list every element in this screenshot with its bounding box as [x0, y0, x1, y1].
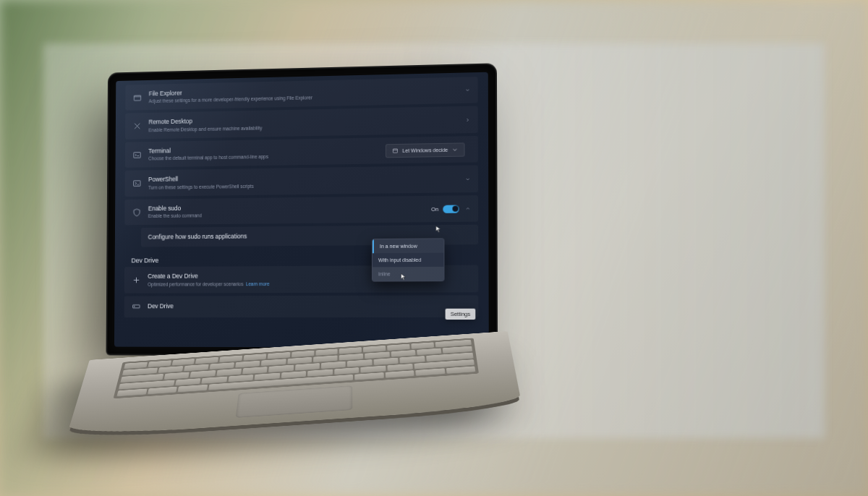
- powershell-icon: [132, 179, 141, 189]
- setting-dev-drive[interactable]: Dev Drive: [124, 295, 479, 317]
- dropdown-option-new-window[interactable]: In a new window: [373, 239, 443, 253]
- svg-rect-2: [393, 149, 398, 153]
- chevron-down-icon: [451, 146, 458, 153]
- setting-remote-desktop[interactable]: Remote Desktop Enable Remote Desktop and…: [125, 106, 478, 140]
- laptop-trackpad: [236, 385, 353, 418]
- shield-icon: [132, 208, 141, 218]
- settings-screen: File Explorer Adjust these settings for …: [114, 72, 489, 348]
- laptop: File Explorer Adjust these settings for …: [101, 69, 651, 474]
- window-icon: [392, 147, 399, 154]
- setting-enable-sudo[interactable]: Enable sudo Enable the sudo command On: [124, 195, 478, 226]
- remote-icon: [132, 121, 142, 132]
- terminal-icon: [132, 150, 141, 160]
- dropdown-option-input-disabled[interactable]: With input disabled: [373, 253, 444, 268]
- laptop-screen-bezel: File Explorer Adjust these settings for …: [107, 64, 496, 355]
- setting-file-explorer[interactable]: File Explorer Adjust these settings for …: [125, 77, 477, 111]
- chevron-right-icon: [464, 117, 470, 123]
- svg-point-5: [134, 307, 135, 307]
- sudo-mode-dropdown[interactable]: In a new window With input disabled Inli…: [372, 238, 445, 281]
- settings-tooltip: Settings: [445, 309, 475, 320]
- chevron-down-icon: [465, 176, 471, 181]
- chevron-up-icon: [465, 206, 471, 212]
- setting-powershell[interactable]: PowerShell Turn on these settings to exe…: [125, 166, 478, 197]
- dropdown-option-inline[interactable]: Inline: [373, 267, 444, 281]
- cursor-icon: [435, 226, 441, 233]
- sudo-toggle-label: On: [431, 206, 438, 213]
- folder-icon: [132, 93, 142, 103]
- cursor-icon: [401, 273, 407, 281]
- plus-icon: [131, 275, 140, 286]
- create-dev-drive-desc: Optimized performance for developer scen…: [148, 281, 243, 286]
- svg-rect-0: [134, 95, 140, 101]
- learn-more-link[interactable]: Learn more: [246, 281, 269, 286]
- dev-drive-title: Dev Drive: [148, 302, 471, 311]
- terminal-selected: Let Windows decide: [402, 147, 448, 153]
- chevron-down-icon: [464, 87, 470, 93]
- sudo-toggle[interactable]: [443, 205, 459, 213]
- terminal-dropdown[interactable]: Let Windows decide: [386, 142, 464, 158]
- setting-terminal[interactable]: Terminal Choose the default terminal app…: [125, 136, 478, 168]
- svg-rect-1: [133, 152, 140, 158]
- drive-icon: [131, 302, 140, 312]
